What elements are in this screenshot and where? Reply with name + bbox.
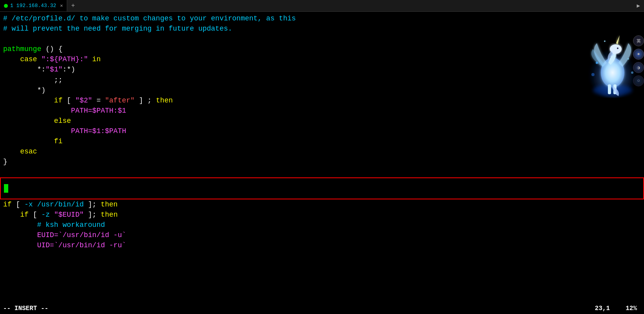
- code-text: [: [67, 95, 75, 106]
- code-text: [3, 126, 71, 136]
- code-text: then: [156, 95, 173, 106]
- code-line-3: [0, 34, 644, 44]
- code-text: if: [3, 95, 67, 106]
- code-line-13: fi: [0, 136, 644, 146]
- code-line-15: }: [0, 157, 644, 167]
- code-text: [3, 34, 7, 44]
- code-text: then: [101, 199, 117, 210]
- code-line-7: ;;: [0, 75, 644, 85]
- code-line-12: PATH=$1:$PATH: [0, 126, 644, 136]
- code-text: # ksh workaround: [3, 220, 105, 230]
- code-line-19: if [ -x /usr/bin/id ]; then: [0, 199, 644, 210]
- code-text: EUID=`/usr/bin/id -u`: [37, 230, 126, 240]
- code-text: PATH=$PATH:$1: [71, 106, 126, 116]
- code-text: in: [88, 54, 101, 64]
- code-text: pathmunge: [3, 44, 46, 54]
- code-text: [3, 240, 37, 250]
- code-text: [3, 167, 7, 177]
- tab-scroll-right: ▶: [633, 2, 644, 9]
- code-text: ] ;: [135, 95, 156, 106]
- cursor-block: [4, 184, 8, 193]
- code-text: ;;: [3, 75, 62, 85]
- code-text: if: [3, 199, 16, 210]
- code-line-1: # /etc/profile.d/ to make custom changes…: [0, 13, 644, 24]
- code-text: then: [101, 210, 117, 220]
- tab-bar: 1 192.168.43.32 ✕ + ▶: [0, 0, 644, 12]
- status-bar: -- INSERT -- 23,1 12%: [0, 303, 644, 314]
- code-text: if: [3, 210, 33, 220]
- code-line-4: pathmunge () {: [0, 44, 644, 54]
- code-line-5: case ":${PATH}:" in: [0, 54, 644, 64]
- code-text: :*): [62, 64, 75, 75]
- tab-label: 1 192.168.43.32: [10, 3, 56, 9]
- code-text: # /etc/profile.d/ to make custom changes…: [3, 13, 296, 24]
- code-text: *:: [3, 64, 46, 75]
- code-text: "after": [105, 95, 135, 106]
- code-line-2: # will prevent the need for merging in f…: [0, 24, 644, 34]
- editor-area: # /etc/profile.d/ to make custom changes…: [0, 12, 644, 303]
- code-line-9: if [ "$2" = "after" ] ; then: [0, 95, 644, 106]
- code-line-21: # ksh workaround: [0, 220, 644, 230]
- code-text: -x /usr/bin/id: [24, 199, 84, 210]
- active-tab[interactable]: 1 192.168.43.32 ✕: [0, 0, 67, 11]
- code-text: fi: [3, 136, 62, 146]
- status-position: 23,1: [595, 305, 610, 312]
- status-percent: 12%: [626, 305, 637, 312]
- code-line-10: PATH=$PATH:$1: [0, 106, 644, 116]
- code-text: ];: [84, 199, 101, 210]
- code-text: =: [92, 95, 105, 106]
- code-text: "$2": [75, 95, 92, 106]
- code-text: # will prevent the need for merging in f…: [3, 24, 232, 34]
- code-text: [: [33, 210, 42, 220]
- code-text: () {: [46, 44, 62, 54]
- code-text: [3, 106, 71, 116]
- code-text: ];: [84, 210, 101, 220]
- code-line-14: esac: [0, 146, 644, 157]
- tab-close-button[interactable]: ✕: [60, 3, 63, 9]
- code-text: }: [3, 157, 7, 167]
- code-text: *): [3, 85, 46, 95]
- code-line-23: UID=`/usr/bin/id -ru`: [0, 240, 644, 250]
- status-mode: -- INSERT --: [3, 305, 595, 312]
- code-text: "$1": [46, 64, 62, 75]
- code-text: [: [16, 199, 24, 210]
- code-text: else: [3, 116, 71, 126]
- code-line-6: *:"$1":*): [0, 64, 644, 75]
- code-line-11: else: [0, 116, 644, 126]
- code-text: -z: [41, 210, 54, 220]
- code-text: esac: [3, 146, 37, 157]
- code-text: [3, 230, 37, 240]
- code-text: PATH=$1:$PATH: [71, 126, 126, 136]
- code-text: case: [3, 54, 41, 64]
- code-text: ":${PATH}:": [41, 54, 88, 64]
- code-line-16: [0, 167, 644, 177]
- cursor-input-area[interactable]: [0, 177, 644, 199]
- code-text: UID=`/usr/bin/id -ru`: [37, 240, 126, 250]
- code-line-20: if [ -z "$EUID" ]; then: [0, 210, 644, 220]
- new-tab-button[interactable]: +: [67, 0, 79, 11]
- code-line-8: *): [0, 85, 644, 95]
- tab-status-dot: [4, 4, 8, 8]
- code-text: "$EUID": [54, 210, 84, 220]
- code-line-22: EUID=`/usr/bin/id -u`: [0, 230, 644, 240]
